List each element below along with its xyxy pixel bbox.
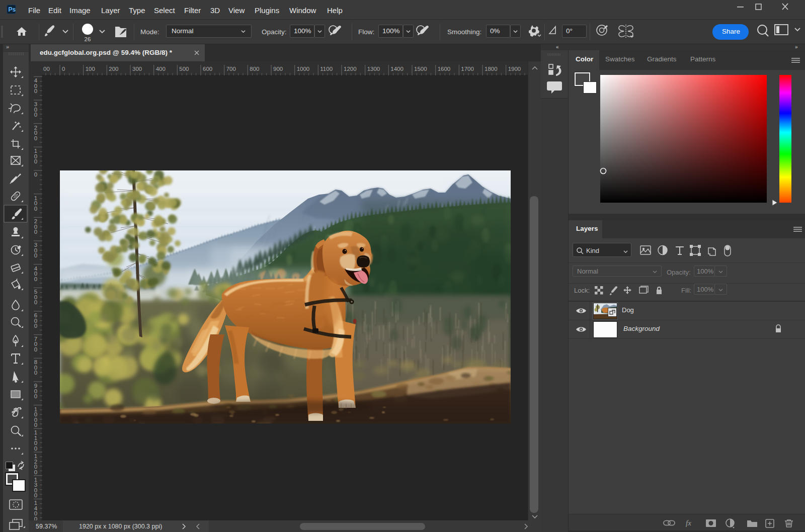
svg-text:1000: 1000 — [297, 66, 310, 72]
svg-text:1100: 1100 — [320, 66, 333, 72]
svg-text:1800: 1800 — [485, 66, 498, 72]
svg-text:1700: 1700 — [461, 66, 474, 72]
svg-text:0: 0 — [34, 252, 37, 258]
svg-text:800: 800 — [250, 66, 259, 72]
svg-text:0: 0 — [34, 112, 37, 118]
svg-text:0: 0 — [34, 88, 37, 94]
svg-text:0: 0 — [34, 492, 37, 498]
svg-text:0: 0 — [34, 171, 37, 178]
svg-text:1900: 1900 — [508, 66, 521, 72]
svg-text:0: 0 — [34, 276, 37, 282]
svg-text:0: 0 — [34, 393, 37, 399]
svg-text:300: 300 — [132, 66, 142, 72]
svg-text:fx: fx — [686, 519, 691, 527]
svg-text:500: 500 — [179, 66, 189, 72]
svg-text:0: 0 — [34, 229, 37, 235]
svg-text:1500: 1500 — [414, 66, 427, 72]
svg-text:1400: 1400 — [390, 66, 404, 72]
svg-text:0: 0 — [34, 446, 37, 452]
svg-text:0: 0 — [34, 469, 37, 475]
svg-text:26: 26 — [85, 36, 91, 42]
svg-text:900: 900 — [273, 66, 283, 72]
svg-text:0: 0 — [34, 299, 37, 305]
svg-text:00: 00 — [43, 66, 50, 72]
svg-text:700: 700 — [226, 66, 236, 72]
svg-text:0: 0 — [34, 422, 37, 428]
svg-text:0: 0 — [34, 370, 37, 376]
svg-text:0: 0 — [34, 135, 37, 141]
svg-text:»: » — [6, 44, 9, 50]
svg-text:1300: 1300 — [367, 66, 380, 72]
svg-text:0: 0 — [34, 323, 37, 329]
svg-text:0: 0 — [62, 66, 65, 72]
svg-text:200: 200 — [109, 66, 118, 72]
svg-text:0: 0 — [34, 346, 37, 352]
svg-text:1600: 1600 — [438, 66, 451, 72]
svg-text:1200: 1200 — [344, 66, 357, 72]
svg-text:0: 0 — [34, 206, 37, 212]
svg-text:400: 400 — [156, 66, 166, 72]
svg-text:100: 100 — [86, 66, 95, 72]
svg-text:0: 0 — [34, 158, 37, 164]
svg-text:600: 600 — [203, 66, 212, 72]
